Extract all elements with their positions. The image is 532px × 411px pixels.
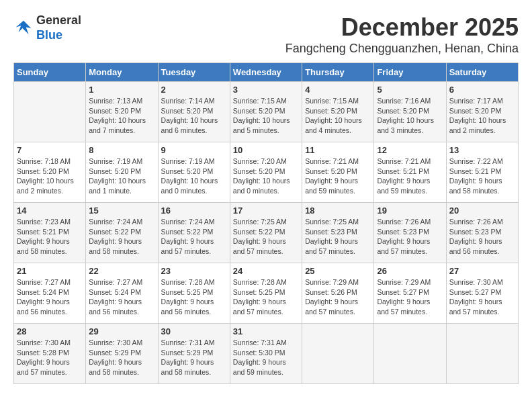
weekday-header-cell: Thursday: [302, 63, 374, 82]
location-title: Fangcheng Chengguanzhen, Henan, China: [285, 42, 519, 56]
svg-marker-0: [16, 20, 32, 34]
day-info: Sunrise: 7:17 AMSunset: 5:20 PMDaylight:…: [449, 96, 515, 136]
day-number: 5: [377, 85, 443, 95]
calendar-day-cell: 19Sunrise: 7:26 AMSunset: 5:23 PMDayligh…: [374, 203, 446, 263]
day-info: Sunrise: 7:15 AMSunset: 5:20 PMDaylight:…: [233, 96, 299, 136]
day-number: 6: [449, 85, 515, 95]
day-number: 16: [161, 205, 227, 216]
day-info: Sunrise: 7:19 AMSunset: 5:20 PMDaylight:…: [161, 156, 227, 196]
calendar-day-cell: 5Sunrise: 7:16 AMSunset: 5:20 PMDaylight…: [374, 82, 446, 142]
calendar-week-row: 14Sunrise: 7:23 AMSunset: 5:21 PMDayligh…: [14, 203, 519, 263]
day-info: Sunrise: 7:21 AMSunset: 5:20 PMDaylight:…: [305, 156, 371, 196]
calendar-day-cell: 23Sunrise: 7:28 AMSunset: 5:25 PMDayligh…: [158, 263, 230, 324]
calendar-day-cell: 3Sunrise: 7:15 AMSunset: 5:20 PMDaylight…: [230, 82, 302, 142]
day-info: Sunrise: 7:18 AMSunset: 5:20 PMDaylight:…: [17, 156, 83, 196]
calendar-day-cell: 6Sunrise: 7:17 AMSunset: 5:20 PMDaylight…: [446, 82, 518, 142]
day-info: Sunrise: 7:25 AMSunset: 5:22 PMDaylight:…: [233, 217, 299, 257]
day-number: 11: [305, 145, 371, 155]
day-number: 2: [161, 85, 227, 95]
day-info: Sunrise: 7:28 AMSunset: 5:25 PMDaylight:…: [161, 277, 227, 317]
day-info: Sunrise: 7:31 AMSunset: 5:30 PMDaylight:…: [233, 338, 299, 377]
weekday-header-cell: Monday: [86, 63, 158, 82]
calendar-day-cell: 11Sunrise: 7:21 AMSunset: 5:20 PMDayligh…: [302, 142, 374, 203]
calendar-day-cell: 20Sunrise: 7:26 AMSunset: 5:23 PMDayligh…: [446, 203, 518, 263]
calendar-day-cell: [446, 324, 518, 384]
calendar-day-cell: 15Sunrise: 7:24 AMSunset: 5:22 PMDayligh…: [86, 203, 158, 263]
logo-line2: Blue: [36, 28, 62, 42]
title-section: December 2025 Fangcheng Chengguanzhen, H…: [285, 13, 519, 56]
day-info: Sunrise: 7:19 AMSunset: 5:20 PMDaylight:…: [89, 156, 154, 196]
weekday-header-cell: Wednesday: [230, 63, 302, 82]
calendar-day-cell: 26Sunrise: 7:29 AMSunset: 5:27 PMDayligh…: [374, 263, 446, 324]
day-number: 26: [377, 266, 443, 276]
calendar-day-cell: 22Sunrise: 7:27 AMSunset: 5:24 PMDayligh…: [86, 263, 158, 324]
calendar-day-cell: 9Sunrise: 7:19 AMSunset: 5:20 PMDaylight…: [158, 142, 230, 203]
day-number: 19: [377, 205, 443, 216]
day-number: 12: [377, 145, 443, 155]
calendar-day-cell: [374, 324, 446, 384]
day-info: Sunrise: 7:24 AMSunset: 5:22 PMDaylight:…: [89, 217, 154, 257]
day-number: 10: [233, 145, 299, 155]
calendar-week-row: 28Sunrise: 7:30 AMSunset: 5:28 PMDayligh…: [14, 324, 519, 384]
weekday-header-cell: Sunday: [14, 63, 86, 82]
calendar-day-cell: 30Sunrise: 7:31 AMSunset: 5:29 PMDayligh…: [158, 324, 230, 384]
calendar-day-cell: 18Sunrise: 7:25 AMSunset: 5:23 PMDayligh…: [302, 203, 374, 263]
day-number: 7: [17, 145, 83, 155]
calendar-week-row: 1Sunrise: 7:13 AMSunset: 5:20 PMDaylight…: [14, 82, 519, 142]
day-number: 31: [233, 326, 299, 336]
logo-line1: General: [36, 13, 81, 27]
page-header: General Blue December 2025 Fangcheng Che…: [13, 13, 519, 56]
logo-bird-icon: [13, 18, 34, 38]
day-number: 21: [17, 266, 83, 276]
day-info: Sunrise: 7:26 AMSunset: 5:23 PMDaylight:…: [449, 217, 515, 257]
calendar-day-cell: 24Sunrise: 7:28 AMSunset: 5:25 PMDayligh…: [230, 263, 302, 324]
day-info: Sunrise: 7:29 AMSunset: 5:27 PMDaylight:…: [377, 277, 443, 317]
weekday-header-cell: Tuesday: [158, 63, 230, 82]
day-info: Sunrise: 7:29 AMSunset: 5:26 PMDaylight:…: [305, 277, 371, 317]
day-number: 18: [305, 205, 371, 216]
day-number: 14: [17, 205, 83, 216]
day-info: Sunrise: 7:21 AMSunset: 5:21 PMDaylight:…: [377, 156, 443, 196]
calendar-day-cell: 16Sunrise: 7:24 AMSunset: 5:22 PMDayligh…: [158, 203, 230, 263]
day-info: Sunrise: 7:26 AMSunset: 5:23 PMDaylight:…: [377, 217, 443, 257]
weekday-header-cell: Saturday: [446, 63, 518, 82]
calendar-day-cell: 25Sunrise: 7:29 AMSunset: 5:26 PMDayligh…: [302, 263, 374, 324]
day-number: 24: [233, 266, 299, 276]
logo-text: General Blue: [36, 13, 81, 42]
calendar-day-cell: [14, 82, 86, 142]
day-info: Sunrise: 7:28 AMSunset: 5:25 PMDaylight:…: [233, 277, 299, 317]
day-number: 1: [89, 85, 154, 95]
calendar-day-cell: 8Sunrise: 7:19 AMSunset: 5:20 PMDaylight…: [86, 142, 158, 203]
weekday-header-cell: Friday: [374, 63, 446, 82]
calendar-week-row: 21Sunrise: 7:27 AMSunset: 5:24 PMDayligh…: [14, 263, 519, 324]
day-number: 20: [449, 205, 515, 216]
day-number: 8: [89, 145, 154, 155]
calendar-day-cell: 10Sunrise: 7:20 AMSunset: 5:20 PMDayligh…: [230, 142, 302, 203]
day-info: Sunrise: 7:20 AMSunset: 5:20 PMDaylight:…: [233, 156, 299, 196]
day-info: Sunrise: 7:14 AMSunset: 5:20 PMDaylight:…: [161, 96, 227, 136]
day-info: Sunrise: 7:30 AMSunset: 5:29 PMDaylight:…: [89, 338, 154, 377]
calendar-day-cell: 17Sunrise: 7:25 AMSunset: 5:22 PMDayligh…: [230, 203, 302, 263]
calendar-day-cell: 1Sunrise: 7:13 AMSunset: 5:20 PMDaylight…: [86, 82, 158, 142]
day-number: 25: [305, 266, 371, 276]
day-number: 13: [449, 145, 515, 155]
calendar-day-cell: 12Sunrise: 7:21 AMSunset: 5:21 PMDayligh…: [374, 142, 446, 203]
day-number: 27: [449, 266, 515, 276]
day-number: 4: [305, 85, 371, 95]
day-number: 30: [161, 326, 227, 336]
day-info: Sunrise: 7:16 AMSunset: 5:20 PMDaylight:…: [377, 96, 443, 136]
day-info: Sunrise: 7:31 AMSunset: 5:29 PMDaylight:…: [161, 338, 227, 377]
calendar-table: SundayMondayTuesdayWednesdayThursdayFrid…: [13, 62, 519, 384]
calendar-day-cell: 2Sunrise: 7:14 AMSunset: 5:20 PMDaylight…: [158, 82, 230, 142]
calendar-day-cell: 27Sunrise: 7:30 AMSunset: 5:27 PMDayligh…: [446, 263, 518, 324]
day-number: 23: [161, 266, 227, 276]
day-number: 15: [89, 205, 154, 216]
day-info: Sunrise: 7:23 AMSunset: 5:21 PMDaylight:…: [17, 217, 83, 257]
day-info: Sunrise: 7:24 AMSunset: 5:22 PMDaylight:…: [161, 217, 227, 257]
day-info: Sunrise: 7:30 AMSunset: 5:28 PMDaylight:…: [17, 338, 83, 377]
day-number: 29: [89, 326, 154, 336]
day-info: Sunrise: 7:27 AMSunset: 5:24 PMDaylight:…: [89, 277, 154, 317]
calendar-day-cell: 28Sunrise: 7:30 AMSunset: 5:28 PMDayligh…: [14, 324, 86, 384]
calendar-day-cell: 13Sunrise: 7:22 AMSunset: 5:21 PMDayligh…: [446, 142, 518, 203]
calendar-body: 1Sunrise: 7:13 AMSunset: 5:20 PMDaylight…: [14, 82, 519, 384]
